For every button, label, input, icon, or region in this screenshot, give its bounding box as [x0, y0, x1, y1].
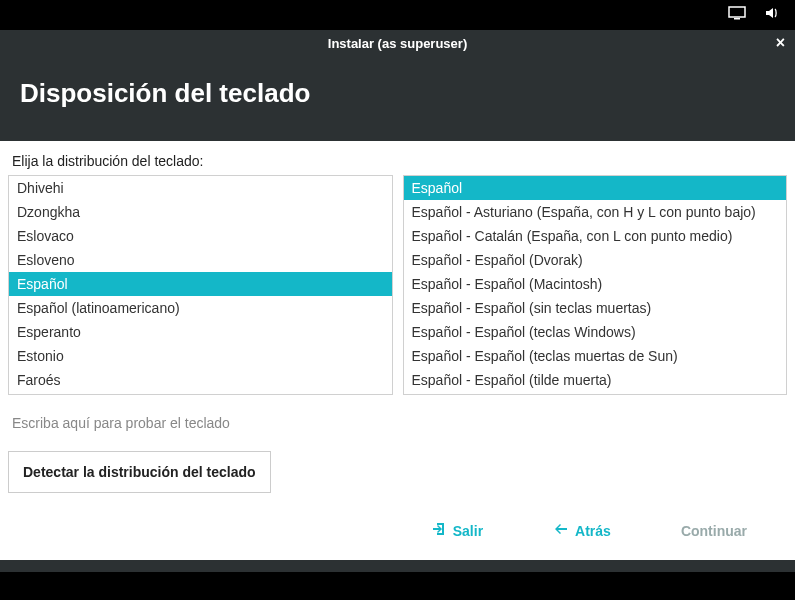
system-topbar [0, 0, 795, 30]
list-item[interactable]: Español - Asturiano (España, con H y L c… [404, 200, 787, 224]
keyboard-test-input[interactable] [8, 409, 787, 437]
list-item[interactable]: Dzongkha [9, 200, 392, 224]
back-label: Atrás [575, 523, 611, 539]
list-item[interactable]: Español (latinoamericano) [9, 296, 392, 320]
list-item[interactable]: Español - Español (sin teclas muertas) [404, 296, 787, 320]
continue-label: Continuar [681, 523, 747, 539]
page-title: Disposición del teclado [20, 78, 775, 109]
prompt-label: Elija la distribución del teclado: [8, 149, 787, 175]
page-header: Disposición del teclado [0, 56, 795, 141]
close-icon[interactable]: × [776, 34, 785, 52]
list-item[interactable]: Estonio [9, 344, 392, 368]
svg-rect-1 [734, 18, 740, 20]
content-area: Elija la distribución del teclado: Dhive… [0, 141, 795, 560]
list-item[interactable]: Faroés [9, 368, 392, 392]
list-item[interactable]: Español - Catalán (España, con L con pun… [404, 224, 787, 248]
quit-label: Salir [453, 523, 483, 539]
layout-listbox[interactable]: DhivehiDzongkhaEslovacoEslovenoEspañolEs… [8, 175, 393, 395]
list-item[interactable]: Español - Español (Dvorak) [404, 248, 787, 272]
continue-button[interactable]: Continuar [681, 523, 747, 539]
window-title: Instalar (as superuser) [328, 36, 467, 51]
svg-rect-0 [729, 7, 745, 17]
exit-icon [431, 521, 447, 540]
list-item[interactable]: Español - Español (teclas Windows) [404, 320, 787, 344]
bottom-bar [0, 560, 795, 572]
list-item[interactable]: Esperanto [9, 320, 392, 344]
list-item[interactable]: Español - Español (Macintosh) [404, 272, 787, 296]
list-item[interactable]: Español - Español (tilde muerta) [404, 368, 787, 392]
variant-listbox[interactable]: EspañolEspañol - Asturiano (España, con … [403, 175, 788, 395]
list-item[interactable]: Dhivehi [9, 176, 392, 200]
list-item[interactable]: Esloveno [9, 248, 392, 272]
footer-nav: Salir Atrás Continuar [8, 493, 787, 550]
back-button[interactable]: Atrás [553, 521, 611, 540]
list-item[interactable]: Eslovaco [9, 224, 392, 248]
list-item[interactable]: Español [9, 272, 392, 296]
layout-lists: DhivehiDzongkhaEslovacoEslovenoEspañolEs… [8, 175, 787, 395]
list-item[interactable]: Español [404, 176, 787, 200]
arrow-left-icon [553, 521, 569, 540]
quit-button[interactable]: Salir [431, 521, 483, 540]
installer-window: Instalar (as superuser) × Disposición de… [0, 30, 795, 560]
detect-layout-button[interactable]: Detectar la distribución del teclado [8, 451, 271, 493]
display-icon[interactable] [728, 6, 746, 24]
volume-icon[interactable] [764, 5, 780, 25]
list-item[interactable]: Español - Español (teclas muertas de Sun… [404, 344, 787, 368]
window-titlebar: Instalar (as superuser) × [0, 30, 795, 56]
